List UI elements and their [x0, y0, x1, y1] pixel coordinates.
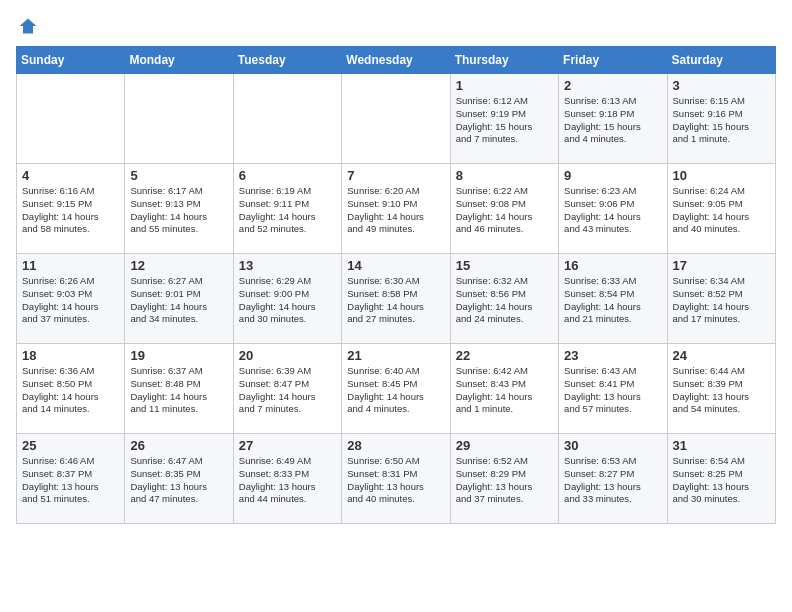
day-number: 24	[673, 348, 770, 363]
calendar-cell: 31Sunrise: 6:54 AM Sunset: 8:25 PM Dayli…	[667, 434, 775, 524]
calendar-cell: 26Sunrise: 6:47 AM Sunset: 8:35 PM Dayli…	[125, 434, 233, 524]
day-info: Sunrise: 6:26 AM Sunset: 9:03 PM Dayligh…	[22, 275, 119, 326]
day-number: 4	[22, 168, 119, 183]
day-info: Sunrise: 6:23 AM Sunset: 9:06 PM Dayligh…	[564, 185, 661, 236]
calendar-cell: 22Sunrise: 6:42 AM Sunset: 8:43 PM Dayli…	[450, 344, 558, 434]
calendar-cell: 25Sunrise: 6:46 AM Sunset: 8:37 PM Dayli…	[17, 434, 125, 524]
logo-icon	[18, 16, 38, 36]
header-sunday: Sunday	[17, 47, 125, 74]
day-number: 23	[564, 348, 661, 363]
calendar-cell: 18Sunrise: 6:36 AM Sunset: 8:50 PM Dayli…	[17, 344, 125, 434]
calendar-week-row: 1Sunrise: 6:12 AM Sunset: 9:19 PM Daylig…	[17, 74, 776, 164]
day-number: 3	[673, 78, 770, 93]
day-info: Sunrise: 6:16 AM Sunset: 9:15 PM Dayligh…	[22, 185, 119, 236]
calendar-cell: 17Sunrise: 6:34 AM Sunset: 8:52 PM Dayli…	[667, 254, 775, 344]
header-tuesday: Tuesday	[233, 47, 341, 74]
day-number: 25	[22, 438, 119, 453]
calendar-cell: 27Sunrise: 6:49 AM Sunset: 8:33 PM Dayli…	[233, 434, 341, 524]
day-info: Sunrise: 6:40 AM Sunset: 8:45 PM Dayligh…	[347, 365, 444, 416]
calendar-table: SundayMondayTuesdayWednesdayThursdayFrid…	[16, 46, 776, 524]
calendar-week-row: 25Sunrise: 6:46 AM Sunset: 8:37 PM Dayli…	[17, 434, 776, 524]
header-wednesday: Wednesday	[342, 47, 450, 74]
day-number: 29	[456, 438, 553, 453]
calendar-cell: 15Sunrise: 6:32 AM Sunset: 8:56 PM Dayli…	[450, 254, 558, 344]
day-info: Sunrise: 6:37 AM Sunset: 8:48 PM Dayligh…	[130, 365, 227, 416]
calendar-cell	[342, 74, 450, 164]
day-number: 30	[564, 438, 661, 453]
day-number: 9	[564, 168, 661, 183]
calendar-cell: 20Sunrise: 6:39 AM Sunset: 8:47 PM Dayli…	[233, 344, 341, 434]
calendar-cell: 29Sunrise: 6:52 AM Sunset: 8:29 PM Dayli…	[450, 434, 558, 524]
calendar-cell: 14Sunrise: 6:30 AM Sunset: 8:58 PM Dayli…	[342, 254, 450, 344]
calendar-cell: 13Sunrise: 6:29 AM Sunset: 9:00 PM Dayli…	[233, 254, 341, 344]
day-number: 11	[22, 258, 119, 273]
calendar-cell: 30Sunrise: 6:53 AM Sunset: 8:27 PM Dayli…	[559, 434, 667, 524]
day-info: Sunrise: 6:19 AM Sunset: 9:11 PM Dayligh…	[239, 185, 336, 236]
day-number: 31	[673, 438, 770, 453]
day-info: Sunrise: 6:30 AM Sunset: 8:58 PM Dayligh…	[347, 275, 444, 326]
day-info: Sunrise: 6:36 AM Sunset: 8:50 PM Dayligh…	[22, 365, 119, 416]
day-number: 10	[673, 168, 770, 183]
day-info: Sunrise: 6:15 AM Sunset: 9:16 PM Dayligh…	[673, 95, 770, 146]
calendar-header-row: SundayMondayTuesdayWednesdayThursdayFrid…	[17, 47, 776, 74]
day-number: 19	[130, 348, 227, 363]
day-number: 17	[673, 258, 770, 273]
day-number: 6	[239, 168, 336, 183]
day-info: Sunrise: 6:32 AM Sunset: 8:56 PM Dayligh…	[456, 275, 553, 326]
day-number: 18	[22, 348, 119, 363]
calendar-cell	[17, 74, 125, 164]
day-info: Sunrise: 6:54 AM Sunset: 8:25 PM Dayligh…	[673, 455, 770, 506]
logo	[16, 16, 38, 36]
header-thursday: Thursday	[450, 47, 558, 74]
calendar-cell: 7Sunrise: 6:20 AM Sunset: 9:10 PM Daylig…	[342, 164, 450, 254]
calendar-cell: 21Sunrise: 6:40 AM Sunset: 8:45 PM Dayli…	[342, 344, 450, 434]
day-number: 5	[130, 168, 227, 183]
page-header	[16, 16, 776, 36]
day-info: Sunrise: 6:42 AM Sunset: 8:43 PM Dayligh…	[456, 365, 553, 416]
calendar-cell: 8Sunrise: 6:22 AM Sunset: 9:08 PM Daylig…	[450, 164, 558, 254]
day-info: Sunrise: 6:12 AM Sunset: 9:19 PM Dayligh…	[456, 95, 553, 146]
day-info: Sunrise: 6:24 AM Sunset: 9:05 PM Dayligh…	[673, 185, 770, 236]
day-info: Sunrise: 6:49 AM Sunset: 8:33 PM Dayligh…	[239, 455, 336, 506]
calendar-week-row: 11Sunrise: 6:26 AM Sunset: 9:03 PM Dayli…	[17, 254, 776, 344]
day-info: Sunrise: 6:43 AM Sunset: 8:41 PM Dayligh…	[564, 365, 661, 416]
day-info: Sunrise: 6:13 AM Sunset: 9:18 PM Dayligh…	[564, 95, 661, 146]
day-info: Sunrise: 6:29 AM Sunset: 9:00 PM Dayligh…	[239, 275, 336, 326]
day-info: Sunrise: 6:34 AM Sunset: 8:52 PM Dayligh…	[673, 275, 770, 326]
day-info: Sunrise: 6:50 AM Sunset: 8:31 PM Dayligh…	[347, 455, 444, 506]
day-number: 2	[564, 78, 661, 93]
day-info: Sunrise: 6:33 AM Sunset: 8:54 PM Dayligh…	[564, 275, 661, 326]
calendar-cell: 10Sunrise: 6:24 AM Sunset: 9:05 PM Dayli…	[667, 164, 775, 254]
day-number: 26	[130, 438, 227, 453]
day-number: 28	[347, 438, 444, 453]
calendar-cell: 3Sunrise: 6:15 AM Sunset: 9:16 PM Daylig…	[667, 74, 775, 164]
calendar-cell: 9Sunrise: 6:23 AM Sunset: 9:06 PM Daylig…	[559, 164, 667, 254]
day-number: 16	[564, 258, 661, 273]
svg-marker-0	[20, 19, 37, 34]
day-info: Sunrise: 6:27 AM Sunset: 9:01 PM Dayligh…	[130, 275, 227, 326]
day-number: 1	[456, 78, 553, 93]
calendar-cell	[233, 74, 341, 164]
day-info: Sunrise: 6:20 AM Sunset: 9:10 PM Dayligh…	[347, 185, 444, 236]
calendar-week-row: 18Sunrise: 6:36 AM Sunset: 8:50 PM Dayli…	[17, 344, 776, 434]
day-number: 8	[456, 168, 553, 183]
calendar-cell: 16Sunrise: 6:33 AM Sunset: 8:54 PM Dayli…	[559, 254, 667, 344]
calendar-cell: 28Sunrise: 6:50 AM Sunset: 8:31 PM Dayli…	[342, 434, 450, 524]
day-info: Sunrise: 6:53 AM Sunset: 8:27 PM Dayligh…	[564, 455, 661, 506]
calendar-cell: 1Sunrise: 6:12 AM Sunset: 9:19 PM Daylig…	[450, 74, 558, 164]
calendar-cell: 2Sunrise: 6:13 AM Sunset: 9:18 PM Daylig…	[559, 74, 667, 164]
day-info: Sunrise: 6:22 AM Sunset: 9:08 PM Dayligh…	[456, 185, 553, 236]
header-monday: Monday	[125, 47, 233, 74]
header-friday: Friday	[559, 47, 667, 74]
calendar-cell: 4Sunrise: 6:16 AM Sunset: 9:15 PM Daylig…	[17, 164, 125, 254]
day-number: 22	[456, 348, 553, 363]
calendar-cell: 19Sunrise: 6:37 AM Sunset: 8:48 PM Dayli…	[125, 344, 233, 434]
header-saturday: Saturday	[667, 47, 775, 74]
calendar-cell	[125, 74, 233, 164]
day-info: Sunrise: 6:46 AM Sunset: 8:37 PM Dayligh…	[22, 455, 119, 506]
day-info: Sunrise: 6:17 AM Sunset: 9:13 PM Dayligh…	[130, 185, 227, 236]
calendar-cell: 23Sunrise: 6:43 AM Sunset: 8:41 PM Dayli…	[559, 344, 667, 434]
day-number: 14	[347, 258, 444, 273]
calendar-cell: 6Sunrise: 6:19 AM Sunset: 9:11 PM Daylig…	[233, 164, 341, 254]
day-info: Sunrise: 6:39 AM Sunset: 8:47 PM Dayligh…	[239, 365, 336, 416]
